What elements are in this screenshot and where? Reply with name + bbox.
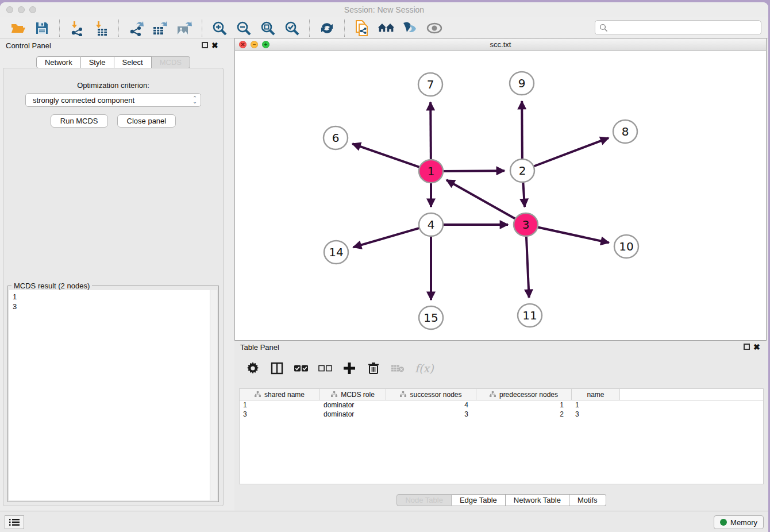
- show-columns-icon[interactable]: [270, 361, 284, 375]
- zoom-fit-icon[interactable]: [259, 20, 276, 37]
- export-table-icon[interactable]: [152, 20, 169, 37]
- close-panel-button[interactable]: Close panel: [117, 114, 176, 128]
- save-session-icon[interactable]: [33, 20, 51, 37]
- first-neighbors-icon[interactable]: [378, 20, 395, 37]
- tab-mcds[interactable]: MCDS: [152, 56, 190, 68]
- tab-network[interactable]: Network: [36, 56, 81, 68]
- table-cell[interactable]: 1: [240, 400, 320, 410]
- search-icon: [599, 24, 608, 32]
- edge-1-6[interactable]: [352, 144, 421, 168]
- control-panel: Control Panel ✖ NetworkStyleSelectMCDS O…: [0, 39, 226, 511]
- open-file-icon[interactable]: [9, 20, 26, 37]
- edge-1-7[interactable]: [430, 102, 431, 160]
- network-window-title: scc.txt: [235, 40, 766, 49]
- table-cell[interactable]: 1: [572, 400, 620, 410]
- import-table-from-file-icon[interactable]: [93, 20, 110, 37]
- column-header-predecessor-nodes[interactable]: predecessor nodes: [476, 389, 572, 400]
- table-row[interactable]: 3dominator323: [240, 410, 763, 419]
- float-table-panel-icon[interactable]: [744, 344, 750, 350]
- list-icon: [9, 518, 20, 526]
- search-input[interactable]: [611, 22, 761, 33]
- table-row[interactable]: 1dominator411: [240, 400, 763, 410]
- edge-3-11[interactable]: [526, 236, 529, 298]
- table-cell[interactable]: 3: [572, 410, 620, 419]
- edge-1-2[interactable]: [442, 171, 505, 171]
- table-cell[interactable]: 4: [386, 400, 476, 410]
- export-network-icon[interactable]: [128, 20, 145, 37]
- table-cell[interactable]: dominator: [320, 410, 386, 419]
- tab-select[interactable]: Select: [114, 56, 152, 68]
- network-canvas[interactable]: 7968124314101511: [235, 51, 766, 340]
- float-panel-icon[interactable]: [202, 42, 208, 48]
- new-network-from-selection-icon[interactable]: [353, 20, 371, 37]
- zoom-out-icon[interactable]: [235, 20, 252, 37]
- close-panel-icon[interactable]: ✖: [211, 42, 220, 50]
- table-cell[interactable]: 2: [476, 410, 572, 419]
- zoom-selected-icon[interactable]: [283, 20, 301, 37]
- table-tab-node-table[interactable]: Node Table: [396, 494, 452, 506]
- select-all-checks-icon[interactable]: [294, 361, 308, 375]
- table-tab-motifs[interactable]: Motifs: [569, 494, 606, 506]
- table-cell[interactable]: 3: [386, 410, 476, 419]
- table-tab-network-table[interactable]: Network Table: [506, 494, 569, 506]
- delete-column-icon[interactable]: [367, 361, 380, 375]
- result-scrollbar[interactable]: [210, 290, 217, 500]
- mcds-result-title: MCDS result (2 nodes): [11, 282, 92, 290]
- memory-label: Memory: [730, 518, 757, 527]
- criterion-value: strongly connected component: [26, 96, 189, 105]
- edge-2-8[interactable]: [533, 138, 609, 167]
- add-column-icon[interactable]: [342, 361, 356, 375]
- node-table-body: 1dominator4113dominator323: [240, 400, 763, 419]
- column-header-successor-nodes[interactable]: successor nodes: [386, 389, 476, 400]
- criterion-dropdown[interactable]: strongly connected component ⌃⌄: [25, 93, 201, 107]
- table-panel-title: Table Panel: [240, 343, 279, 352]
- node-table[interactable]: shared nameMCDS rolesuccessor nodesprede…: [239, 388, 764, 484]
- memory-button[interactable]: Memory: [714, 515, 764, 529]
- hide-selected-icon[interactable]: [402, 20, 419, 37]
- export-image-icon[interactable]: [176, 20, 193, 37]
- graph-node-label-15: 15: [424, 311, 438, 325]
- control-panel-tabs: NetworkStyleSelectMCDS: [0, 56, 226, 68]
- unhide-all-icon[interactable]: [426, 20, 443, 37]
- run-mcds-button[interactable]: Run MCDS: [51, 114, 108, 128]
- column-header-label: MCDS role: [341, 391, 375, 399]
- graph-node-label-7: 7: [427, 78, 434, 91]
- close-table-panel-icon[interactable]: ✖: [753, 344, 761, 352]
- tab-style[interactable]: Style: [81, 56, 114, 68]
- column-header-name[interactable]: name: [572, 389, 620, 400]
- graph-node-label-3: 3: [522, 218, 530, 232]
- node-table-header: shared nameMCDS rolesuccessor nodesprede…: [240, 389, 763, 400]
- memory-status-icon: [720, 519, 727, 526]
- edge-3-10[interactable]: [537, 227, 609, 242]
- window-title: Session: New Session: [0, 5, 768, 14]
- graph-node-label-10: 10: [619, 240, 633, 253]
- edge-4-14[interactable]: [353, 228, 421, 247]
- table-panel: Table Panel ✖: [234, 341, 768, 511]
- search-box[interactable]: [595, 20, 761, 35]
- task-history-button[interactable]: [5, 515, 24, 529]
- network-window-titlebar: ✕ – + scc.txt: [235, 38, 766, 51]
- apply-layout-icon[interactable]: [318, 20, 336, 37]
- table-cell[interactable]: 1: [476, 400, 572, 410]
- mcds-result-group: MCDS result (2 nodes) 13: [7, 286, 219, 502]
- column-header-mcds-role[interactable]: MCDS role: [320, 389, 386, 400]
- column-header-label: name: [587, 391, 604, 399]
- table-tab-edge-table[interactable]: Edge Table: [452, 494, 506, 506]
- table-toolbar: f(x): [239, 357, 764, 380]
- column-header-shared-name[interactable]: shared name: [240, 389, 320, 400]
- edge-2-9[interactable]: [522, 101, 522, 160]
- table-cell[interactable]: 3: [240, 410, 320, 419]
- column-sort-icon: [400, 391, 406, 398]
- table-cell[interactable]: dominator: [320, 400, 386, 410]
- column-sort-icon: [490, 391, 496, 398]
- clear-all-checks-icon[interactable]: [318, 361, 332, 375]
- zoom-in-icon[interactable]: [211, 20, 228, 37]
- edge-2-3[interactable]: [523, 182, 525, 207]
- table-settings-icon[interactable]: [246, 361, 260, 375]
- column-header-label: successor nodes: [410, 391, 461, 399]
- toolbar-separator: [344, 20, 345, 37]
- mcds-result-area[interactable]: 13: [9, 290, 217, 500]
- table-panel-tabs: Node TableEdge TableNetwork TableMotifs: [234, 494, 768, 506]
- import-network-from-file-icon[interactable]: [68, 20, 86, 37]
- edge-3-1[interactable]: [446, 180, 516, 219]
